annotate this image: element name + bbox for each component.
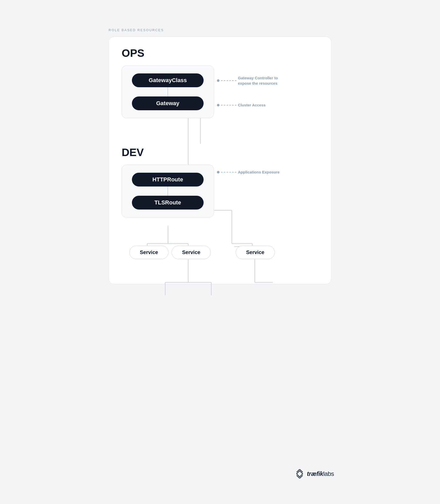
dashes-2 <box>221 105 236 105</box>
logo-area: træfiklabs <box>295 469 334 478</box>
annotation-gateway: Cluster Access <box>217 102 284 108</box>
httproute-pill: HTTPRoute <box>132 173 204 187</box>
dev-section: DEV HTTPRoute TLSRoute Applications Expo… <box>122 146 318 269</box>
ops-annotations: Gateway Controller to expose the resourc… <box>214 65 284 108</box>
annotation-dot-3 <box>217 171 219 173</box>
annotation-text-3: Applications Exposure <box>238 169 284 175</box>
service-pill-2: Service <box>172 246 211 259</box>
logo-text: træfiklabs <box>307 470 334 477</box>
dashes-1 <box>221 80 236 81</box>
pill-connector-2 <box>167 187 168 196</box>
dev-box: HTTPRoute TLSRoute <box>122 165 214 217</box>
ops-label: OPS <box>122 47 318 59</box>
dev-label: DEV <box>122 146 318 159</box>
annotation-gatewayclass: Gateway Controller to expose the resourc… <box>217 75 284 86</box>
annotation-text-2: Cluster Access <box>238 102 284 108</box>
annotation-text-1: Gateway Controller to expose the resourc… <box>238 75 284 86</box>
gateway-pill: Gateway <box>132 96 204 110</box>
annotation-dev: Applications Exposure <box>217 169 284 175</box>
annotation-dot-2 <box>217 104 219 106</box>
main-card: OPS GatewayClass Gateway Gateway Control… <box>109 37 331 284</box>
service-pill-1: Service <box>129 246 169 259</box>
page-wrapper: ROLE BASED RESOURCES <box>86 13 354 491</box>
traefik-logo-icon <box>295 469 304 478</box>
ops-section: OPS GatewayClass Gateway Gateway Control… <box>122 47 318 118</box>
service-pill-3: Service <box>236 246 275 259</box>
dashes-3 <box>221 172 236 172</box>
pill-connector-1 <box>167 87 168 96</box>
tlsroute-pill: TLSRoute <box>132 196 204 210</box>
gateway-class-pill: GatewayClass <box>132 73 204 87</box>
section-connector <box>200 118 201 144</box>
role-label: ROLE BASED RESOURCES <box>109 28 164 32</box>
services-area: Service Service Service <box>122 217 318 269</box>
ops-box: GatewayClass Gateway <box>122 65 214 118</box>
dev-content: HTTPRoute TLSRoute Applications Exposure <box>122 165 318 217</box>
ops-content: GatewayClass Gateway Gateway Controller … <box>122 65 318 118</box>
annotation-dot-1 <box>217 79 219 82</box>
